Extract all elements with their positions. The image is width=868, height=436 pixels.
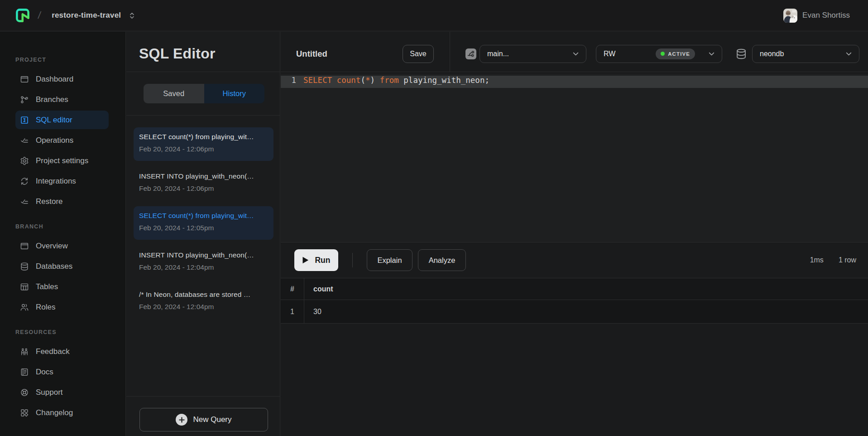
save-button[interactable]: Save <box>403 45 434 63</box>
lifebuoy-icon <box>20 388 29 397</box>
overview-icon <box>20 242 29 251</box>
row-count: 1 row <box>839 256 856 264</box>
tab-history[interactable]: History <box>204 84 265 103</box>
topbar: / restore-time-travel Evan Shortiss <box>0 0 868 31</box>
breadcrumb-separator: / <box>37 10 42 21</box>
query-editor: Untitled Save main... RW ACTIVE neondb <box>281 32 868 436</box>
operations-icon <box>20 136 29 145</box>
history-item-1[interactable]: SELECT count(*) from playing_wit… Feb 20… <box>134 127 273 161</box>
table-icon <box>20 282 29 291</box>
play-icon <box>302 257 309 264</box>
chevron-down-icon <box>844 49 853 58</box>
sidebar-item-sql-editor[interactable]: SQL editor <box>15 111 109 129</box>
sidebar-item-restore[interactable]: Restore <box>15 192 109 211</box>
neon-logo-icon[interactable] <box>15 8 30 23</box>
branches-icon <box>20 95 29 104</box>
sidebar-item-roles[interactable]: Roles <box>15 298 109 316</box>
users-icon <box>20 303 29 312</box>
editor-toolbar: Run Explain Analyze 1ms 1 row <box>281 242 868 278</box>
branch-select[interactable]: main... <box>480 45 586 63</box>
status-dot <box>661 52 665 56</box>
breadcrumb-project-name[interactable]: restore-time-travel <box>52 11 121 20</box>
results-table: # count 1 30 <box>281 278 868 324</box>
page-title: SQL Editor <box>139 45 216 62</box>
sidebar-item-changelog[interactable]: Changelog <box>15 403 109 422</box>
sidebar: PROJECT Dashboard Branches SQL editor Op… <box>0 32 126 436</box>
chevron-down-icon <box>707 49 716 58</box>
sql-editor-panel: SQL Editor Saved History SELECT count(*)… <box>126 32 280 436</box>
line-number: 1 <box>281 76 303 85</box>
explain-button[interactable]: Explain <box>367 249 412 271</box>
query-title: Untitled <box>296 49 327 59</box>
column-header-count: count <box>304 278 868 300</box>
sql-code-line: SELECT count(*) from playing_with_neon; <box>303 76 489 85</box>
saved-history-tabs: Saved History <box>144 84 264 103</box>
sidebar-item-project-settings[interactable]: Project settings <box>15 151 109 170</box>
query-duration: 1ms <box>810 256 824 264</box>
avatar[interactable] <box>783 9 797 23</box>
code-editor[interactable]: 1 SELECT count(*) from playing_with_neon… <box>281 74 868 242</box>
results-header-row: # count <box>281 278 868 300</box>
chevron-down-icon <box>571 49 580 58</box>
feedback-icon <box>20 347 29 356</box>
plus-circle-icon <box>176 414 187 426</box>
database-icon <box>735 48 747 60</box>
docs-icon <box>20 368 29 377</box>
history-item-4[interactable]: INSERT INTO playing_with_neon(… Feb 20, … <box>134 246 273 279</box>
branch-icon-button[interactable] <box>465 48 476 59</box>
analyze-button[interactable]: Analyze <box>418 249 466 271</box>
changelog-icon <box>20 408 29 417</box>
row-index-cell: 1 <box>281 300 304 323</box>
branch-icon <box>467 50 475 58</box>
column-header-index: # <box>281 278 304 300</box>
sidebar-item-databases[interactable]: Databases <box>15 257 109 276</box>
chevrons-up-down-icon[interactable] <box>128 12 136 19</box>
history-item-3[interactable]: SELECT count(*) from playing_wit… Feb 20… <box>134 206 273 240</box>
sidebar-item-operations[interactable]: Operations <box>15 131 109 150</box>
sidebar-item-tables[interactable]: Tables <box>15 277 109 296</box>
user-name: Evan Shortiss <box>802 11 850 20</box>
sidebar-item-feedback[interactable]: Feedback <box>15 342 109 361</box>
new-query-button[interactable]: New Query <box>139 408 268 431</box>
gear-icon <box>20 156 29 165</box>
sidebar-section-resources: RESOURCES <box>15 328 125 337</box>
dashboard-icon <box>20 75 29 84</box>
run-button[interactable]: Run <box>294 249 338 271</box>
sidebar-item-overview[interactable]: Overview <box>15 237 109 255</box>
sidebar-item-support[interactable]: Support <box>15 383 109 402</box>
sidebar-section-branch: BRANCH <box>15 222 125 231</box>
sidebar-item-branches[interactable]: Branches <box>15 90 109 109</box>
compute-select[interactable]: RW ACTIVE <box>596 45 722 63</box>
toolbar-divider <box>352 253 353 267</box>
row-value-cell: 30 <box>304 300 868 323</box>
database-icon <box>20 262 29 271</box>
table-row[interactable]: 1 30 <box>281 300 868 324</box>
tab-saved[interactable]: Saved <box>144 84 204 103</box>
restore-icon <box>20 197 29 206</box>
status-badge: ACTIVE <box>656 48 695 59</box>
history-item-2[interactable]: INSERT INTO playing_with_neon(… Feb 20, … <box>134 167 273 200</box>
sidebar-section-project: PROJECT <box>15 55 125 64</box>
history-item-5[interactable]: /* In Neon, databases are stored … Feb 2… <box>134 285 273 319</box>
user-menu[interactable]: Evan Shortiss <box>783 9 850 23</box>
integrations-icon <box>20 177 29 186</box>
sql-editor-icon <box>20 116 29 125</box>
history-list: SELECT count(*) from playing_wit… Feb 20… <box>126 116 280 319</box>
sidebar-item-integrations[interactable]: Integrations <box>15 172 109 190</box>
database-select[interactable]: neondb <box>752 45 859 63</box>
sidebar-item-docs[interactable]: Docs <box>15 363 109 381</box>
sidebar-item-dashboard[interactable]: Dashboard <box>15 70 109 88</box>
